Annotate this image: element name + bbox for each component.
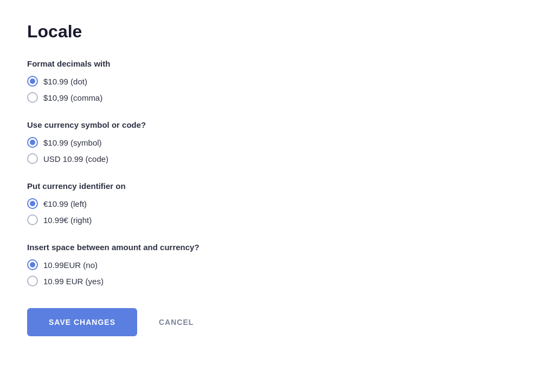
currency-symbol-code-label: Use currency symbol or code? xyxy=(27,120,527,129)
radio-option-dot[interactable]: $10.99 (dot) xyxy=(27,76,527,87)
radio-option-left[interactable]: €10.99 (left) xyxy=(27,198,527,209)
currency-identifier-section: Put currency identifier on€10.99 (left)1… xyxy=(27,181,527,225)
radio-code[interactable] xyxy=(27,153,38,164)
radio-label-dot: $10.99 (dot) xyxy=(43,77,87,86)
radio-label-left: €10.99 (left) xyxy=(43,199,87,208)
radio-option-comma[interactable]: $10,99 (comma) xyxy=(27,92,527,103)
radio-option-right[interactable]: 10.99€ (right) xyxy=(27,214,527,225)
format-decimals-section: Format decimals with$10.99 (dot)$10,99 (… xyxy=(27,59,527,103)
radio-label-comma: $10,99 (comma) xyxy=(43,93,102,102)
radio-symbol[interactable] xyxy=(27,137,38,148)
radio-option-symbol[interactable]: $10.99 (symbol) xyxy=(27,137,527,148)
radio-right[interactable] xyxy=(27,214,38,225)
radio-label-code: USD 10.99 (code) xyxy=(43,154,108,164)
radio-label-no-space: 10.99EUR (no) xyxy=(43,260,98,270)
save-button[interactable]: SAVE CHANGES xyxy=(27,308,137,336)
radio-label-yes-space: 10.99 EUR (yes) xyxy=(43,277,104,286)
radio-left[interactable] xyxy=(27,198,38,209)
insert-space-section: Insert space between amount and currency… xyxy=(27,243,527,286)
radio-option-yes-space[interactable]: 10.99 EUR (yes) xyxy=(27,276,527,286)
radio-dot[interactable] xyxy=(27,76,38,87)
radio-option-no-space[interactable]: 10.99EUR (no) xyxy=(27,259,527,270)
radio-no-space[interactable] xyxy=(27,259,38,270)
format-decimals-label: Format decimals with xyxy=(27,59,527,68)
radio-comma[interactable] xyxy=(27,92,38,103)
button-row: SAVE CHANGES CANCEL xyxy=(27,308,527,336)
cancel-button[interactable]: CANCEL xyxy=(148,308,204,336)
page-title: Locale xyxy=(27,22,527,42)
currency-symbol-code-section: Use currency symbol or code?$10.99 (symb… xyxy=(27,120,527,164)
radio-yes-space[interactable] xyxy=(27,276,38,286)
radio-label-right: 10.99€ (right) xyxy=(43,215,92,225)
radio-option-code[interactable]: USD 10.99 (code) xyxy=(27,153,527,164)
insert-space-label: Insert space between amount and currency… xyxy=(27,243,527,252)
radio-label-symbol: $10.99 (symbol) xyxy=(43,138,102,147)
currency-identifier-label: Put currency identifier on xyxy=(27,181,527,191)
